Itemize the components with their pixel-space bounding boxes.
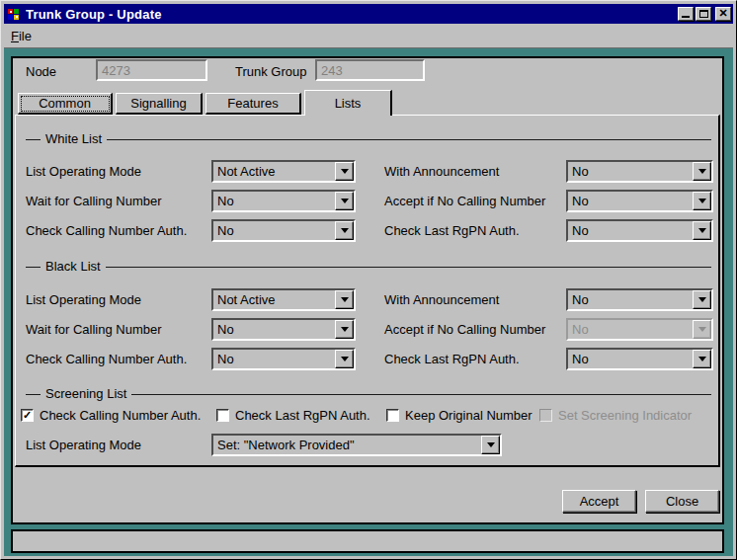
chevron-down-icon[interactable] <box>335 162 354 181</box>
wl-check-last-rgpn-auth-label: Check Last RgPN Auth. <box>384 223 520 238</box>
trunk-group-field[interactable]: 243 <box>315 59 425 81</box>
app-window: Trunk Group - Update ✕ File Node 4273 Tr… <box>0 0 737 560</box>
minimize-icon <box>682 16 690 18</box>
screening-list-title: Screening List <box>41 386 131 401</box>
chevron-down-icon[interactable] <box>335 221 354 240</box>
wl-with-announcement-label: With Announcement <box>384 164 499 179</box>
chevron-down-icon[interactable] <box>693 290 711 309</box>
bl-check-last-rgpn-auth-label: Check Last RgPN Auth. <box>384 352 520 366</box>
sl-set-screening-indicator-checkbox: Set Screening Indicator <box>539 408 692 423</box>
chevron-down-icon[interactable] <box>335 320 354 339</box>
chevron-down-icon[interactable] <box>335 350 354 368</box>
white-list-separator: White List <box>26 131 711 147</box>
checkbox-disabled-icon <box>539 409 552 422</box>
chevron-down-icon[interactable] <box>335 290 354 309</box>
chevron-down-icon[interactable] <box>693 192 711 210</box>
node-label: Node <box>26 64 56 79</box>
sl-check-calling-number-auth-checkbox[interactable]: ✓ Check Calling Number Auth. <box>21 408 201 423</box>
menu-file[interactable]: File <box>4 27 39 45</box>
wl-check-calling-number-auth-label: Check Calling Number Auth. <box>26 223 187 238</box>
client-area: Node 4273 Trunk Group 243 Common Signall… <box>4 47 733 556</box>
black-list-separator: Black List <box>26 259 711 275</box>
white-list-title: White List <box>41 131 107 146</box>
sl-list-operating-mode-label: List Operating Mode <box>26 438 141 452</box>
trunk-group-label: Trunk Group <box>235 64 307 79</box>
window-title: Trunk Group - Update <box>26 7 676 22</box>
chevron-down-icon[interactable] <box>335 192 354 210</box>
bl-list-operating-mode-combo[interactable]: Not Active <box>211 288 356 311</box>
chevron-down-icon[interactable] <box>693 350 711 368</box>
app-icon <box>7 6 23 22</box>
wl-list-operating-mode-label: List Operating Mode <box>26 164 141 179</box>
tab-lists[interactable]: Lists <box>304 90 392 116</box>
wl-accept-if-no-calling-number-combo[interactable]: No <box>566 190 713 212</box>
node-field[interactable]: 4273 <box>96 59 207 81</box>
tab-features[interactable]: Features <box>205 93 301 115</box>
maximize-icon <box>699 10 708 18</box>
wl-check-calling-number-auth-combo[interactable]: No <box>211 219 356 242</box>
bl-accept-if-no-calling-number-label: Accept if No Calling Number <box>384 322 545 337</box>
bl-check-calling-number-auth-label: Check Calling Number Auth. <box>26 352 187 366</box>
maximize-button[interactable] <box>696 7 711 21</box>
minimize-button[interactable] <box>678 7 694 21</box>
screening-list-separator: Screening List <box>26 386 711 402</box>
chevron-down-icon[interactable] <box>481 436 500 454</box>
status-bar <box>11 529 724 553</box>
close-button[interactable]: ✕ <box>715 7 731 21</box>
bl-wait-for-calling-number-label: Wait for Calling Number <box>26 322 162 337</box>
wl-wait-for-calling-number-label: Wait for Calling Number <box>26 194 162 208</box>
bl-with-announcement-label: With Announcement <box>384 292 499 307</box>
main-form-panel: Node 4273 Trunk Group 243 Common Signall… <box>11 56 724 524</box>
sl-keep-original-number-checkbox[interactable]: Keep Original Number <box>386 408 532 423</box>
menu-bar: File <box>4 24 733 47</box>
chevron-down-icon[interactable] <box>693 162 711 181</box>
chevron-down-icon <box>693 320 711 339</box>
sl-list-operating-mode-combo[interactable]: Set: "Network Provided" <box>211 434 502 456</box>
tab-common[interactable]: Common <box>18 93 113 115</box>
sl-check-last-rgpn-auth-checkbox[interactable]: Check Last RgPN Auth. <box>216 408 370 423</box>
wl-check-last-rgpn-auth-combo[interactable]: No <box>566 219 713 242</box>
bl-check-last-rgpn-auth-combo[interactable]: No <box>566 348 713 370</box>
close-action-button[interactable]: Close <box>645 490 719 513</box>
bl-list-operating-mode-label: List Operating Mode <box>26 292 141 307</box>
chevron-down-icon[interactable] <box>693 221 711 240</box>
black-list-title: Black List <box>41 259 106 274</box>
bl-accept-if-no-calling-number-combo: No <box>566 318 713 341</box>
bl-wait-for-calling-number-combo[interactable]: No <box>211 318 356 341</box>
bl-with-announcement-combo[interactable]: No <box>566 288 713 311</box>
checkbox-unchecked-icon[interactable] <box>216 409 229 422</box>
wl-list-operating-mode-combo[interactable]: Not Active <box>211 160 356 183</box>
wl-accept-if-no-calling-number-label: Accept if No Calling Number <box>384 194 545 208</box>
close-icon: ✕ <box>718 8 727 19</box>
checkbox-unchecked-icon[interactable] <box>386 409 399 422</box>
wl-with-announcement-combo[interactable]: No <box>566 160 713 183</box>
title-bar: Trunk Group - Update ✕ <box>4 4 733 24</box>
accept-button[interactable]: Accept <box>562 490 636 513</box>
wl-wait-for-calling-number-combo[interactable]: No <box>211 190 356 212</box>
bl-check-calling-number-auth-combo[interactable]: No <box>211 348 356 370</box>
tab-signalling[interactable]: Signalling <box>116 93 203 115</box>
checkbox-checked-icon[interactable]: ✓ <box>21 409 34 422</box>
